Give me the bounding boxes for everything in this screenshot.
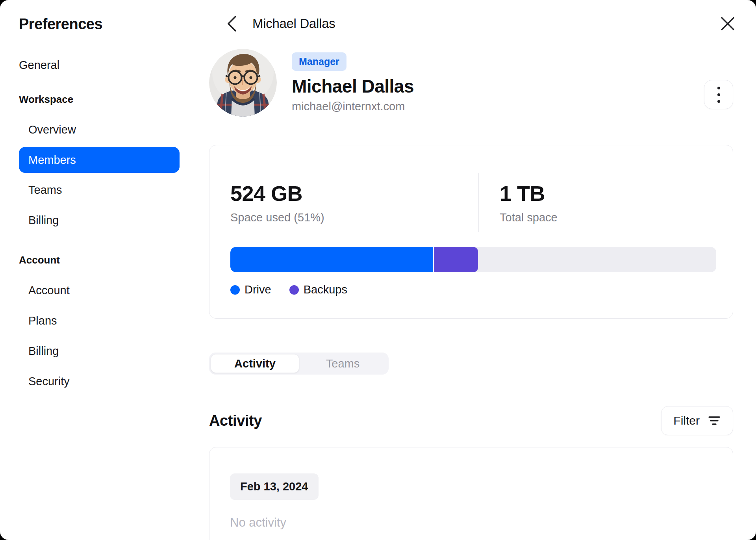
date-chip: Feb 13, 2024 — [230, 473, 319, 500]
profile-info: Manager Michael Dallas michael@internxt.… — [292, 49, 414, 117]
usage-stats: 524 GB Space used (51%) 1 TB Total space — [230, 173, 716, 232]
member-detail-panel: Michael Dallas — [188, 0, 756, 540]
total-space-label: Total space — [500, 211, 558, 224]
page-title: Michael Dallas — [252, 16, 335, 31]
profile-section: Manager Michael Dallas michael@internxt.… — [209, 49, 733, 117]
usage-bar-backups — [434, 247, 478, 272]
sidebar-item-billing-account[interactable]: Billing — [19, 336, 180, 366]
legend-item-drive: Drive — [230, 283, 271, 296]
drive-dot-icon — [230, 285, 240, 295]
close-button[interactable] — [717, 13, 739, 35]
activity-card: Feb 13, 2024 No activity — [209, 447, 733, 540]
space-used-label: Space used (51%) — [230, 211, 478, 224]
back-button[interactable] — [224, 14, 240, 33]
filter-button[interactable]: Filter — [661, 406, 733, 435]
detail-tabs: Activity Teams — [209, 353, 389, 375]
preferences-window: Preferences General Workspace Overview M… — [0, 0, 756, 540]
profile-email: michael@internxt.com — [292, 100, 414, 113]
sidebar-nav: General Workspace Overview Members Teams… — [19, 50, 180, 397]
member-options-button[interactable] — [704, 80, 733, 109]
sidebar-title: Preferences — [19, 16, 180, 33]
kebab-menu-icon — [717, 87, 720, 103]
sidebar: Preferences General Workspace Overview M… — [0, 0, 188, 540]
role-badge: Manager — [292, 52, 346, 71]
sidebar-item-overview[interactable]: Overview — [19, 115, 180, 145]
sidebar-item-account[interactable]: Account — [19, 275, 180, 306]
sidebar-item-teams[interactable]: Teams — [19, 175, 180, 205]
close-icon — [720, 16, 735, 31]
total-space-stat: 1 TB Total space — [479, 173, 558, 232]
usage-legend: Drive Backups — [230, 283, 716, 296]
space-used-value: 524 GB — [230, 181, 478, 206]
chevron-left-icon — [227, 15, 237, 32]
backups-dot-icon — [289, 285, 299, 295]
sidebar-item-members[interactable]: Members — [19, 147, 180, 173]
usage-card: 524 GB Space used (51%) 1 TB Total space… — [209, 145, 733, 319]
tab-activity[interactable]: Activity — [211, 354, 299, 373]
legend-label-drive: Drive — [245, 283, 271, 296]
activity-heading: Activity — [209, 412, 262, 429]
no-activity-text: No activity — [230, 516, 733, 530]
filter-icon — [708, 415, 721, 426]
sidebar-section-account: Account — [19, 245, 180, 275]
legend-label-backups: Backups — [304, 283, 347, 296]
sidebar-item-plans[interactable]: Plans — [19, 306, 180, 336]
legend-item-backups: Backups — [289, 283, 347, 296]
total-space-value: 1 TB — [500, 181, 558, 206]
activity-header-row: Activity Filter — [209, 406, 733, 435]
sidebar-section-workspace: Workspace — [19, 84, 180, 115]
sidebar-item-billing-workspace[interactable]: Billing — [19, 205, 180, 236]
filter-button-label: Filter — [673, 414, 700, 427]
usage-bar-drive — [230, 247, 434, 272]
profile-name: Michael Dallas — [292, 76, 414, 97]
usage-progress-bar — [230, 247, 716, 272]
avatar — [209, 49, 277, 117]
topbar: Michael Dallas — [209, 13, 733, 35]
sidebar-item-general[interactable]: General — [19, 50, 180, 80]
sidebar-item-security[interactable]: Security — [19, 366, 180, 397]
tab-teams[interactable]: Teams — [299, 354, 387, 373]
space-used-stat: 524 GB Space used (51%) — [230, 173, 478, 232]
